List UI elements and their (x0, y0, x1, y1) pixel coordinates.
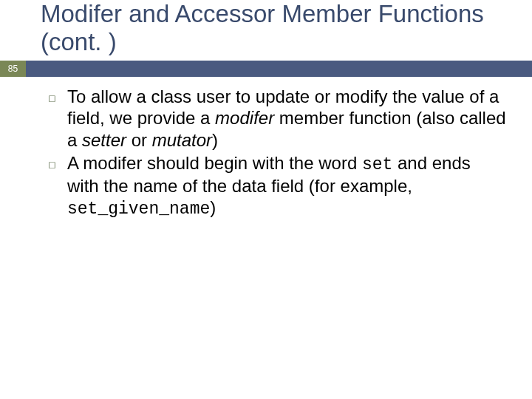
bullet-icon: ◻ (48, 86, 67, 109)
content-area: ◻ To allow a class user to update or mod… (48, 86, 506, 221)
text-emphasis: modifer (215, 108, 274, 128)
bullet-text: To allow a class user to update or modif… (67, 86, 506, 151)
text-run: A modifer should begin with the word (67, 153, 362, 173)
text-emphasis: mutator (152, 130, 212, 150)
text-run: ) (210, 197, 216, 217)
text-run: ) (212, 130, 218, 150)
header-bar: 85 (0, 61, 532, 77)
bullet-icon: ◻ (48, 152, 67, 176)
text-run: or (126, 130, 152, 150)
list-item: ◻ To allow a class user to update or mod… (48, 86, 506, 151)
page-number-badge: 85 (0, 61, 26, 77)
slide-title: Modifer and Accessor Member Functions (c… (41, 0, 517, 56)
text-code: set (362, 155, 392, 174)
slide: Modifer and Accessor Member Functions (c… (0, 0, 532, 399)
title-area: Modifer and Accessor Member Functions (c… (41, 0, 517, 56)
list-item: ◻ A modifer should begin with the word s… (48, 152, 506, 219)
text-emphasis: setter (82, 130, 126, 150)
text-code: set_given_name (67, 200, 210, 219)
accent-bar (26, 61, 532, 77)
bullet-text: A modifer should begin with the word set… (67, 152, 506, 219)
